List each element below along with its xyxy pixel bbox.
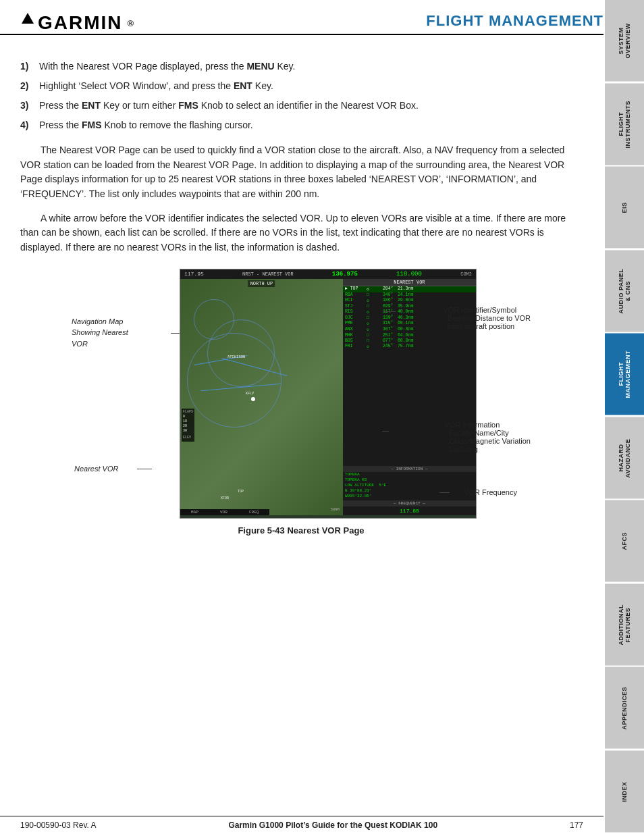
- freq-active: 136.975: [332, 271, 358, 278]
- vor-info-header: — INFORMATION —: [343, 466, 476, 472]
- step-3-bold1: ENT: [82, 100, 101, 111]
- step-1-bold: MENU: [246, 61, 274, 72]
- vor-sym-hci: ◇: [367, 298, 383, 303]
- btn-freq: FREQ: [249, 510, 259, 515]
- vor-brg-top: 204°: [383, 286, 398, 292]
- vor-sym-stj: □: [367, 304, 383, 309]
- tab-flight-instruments[interactable]: FLIGHTINSTRUMENTS: [605, 84, 644, 165]
- step-2: 2) Highlight ‘Select VOR Window’, and pr…: [20, 79, 582, 93]
- vor-brg-hci: 106°: [383, 298, 398, 303]
- vor-sym-ris: ◇: [367, 309, 383, 315]
- vor-row-rba: RBA □ 348° 24.1nm: [343, 292, 476, 298]
- vor-arrow-top: ► TOP: [345, 286, 367, 292]
- logo-text: GARMIN: [38, 12, 123, 34]
- freq-left: 117.95: [184, 271, 204, 277]
- vor-row-fri: FRI ◇ 245° 75.7nm: [343, 344, 476, 350]
- step-num-4: 4): [20, 118, 34, 132]
- vor-dist-top: 21.3nm: [398, 286, 418, 292]
- vor-dist-stj: 35.9nm: [398, 304, 418, 309]
- vor-name-pme: PME: [345, 321, 367, 326]
- kflv-label: KFLV: [246, 392, 254, 396]
- vor-id-callout-line: [383, 311, 396, 312]
- map-north-up: NORTH UP: [248, 280, 275, 287]
- step-4: 4) Press the FMS Knob to remove the flas…: [20, 118, 582, 132]
- flaps-box: FLAPS 0 10 20 30 ELEV: [182, 409, 194, 442]
- atchison-label: ATCHISON: [227, 350, 245, 361]
- callout-vor-id: VOR Identifier/Symbol - Bearing/Distance…: [443, 306, 531, 330]
- vor-brg-fri: 245°: [383, 344, 398, 349]
- step-3-bold2: FMS: [178, 100, 198, 111]
- vor-dist-ris: 40.0nm: [398, 309, 418, 315]
- step-2-text: Highlight ‘Select VOR Window’, and press…: [39, 79, 273, 93]
- vor-name-hci: HCI: [345, 298, 367, 303]
- vor-name-bos: BOS: [345, 338, 367, 343]
- step-num-2: 2): [20, 79, 34, 93]
- vor-brg-anx: 107°: [383, 327, 398, 332]
- step-4-bold: FMS: [82, 120, 102, 130]
- vor-freq-section: — FREQUENCY — 117.80: [343, 500, 476, 515]
- vor-dist-rba: 24.1nm: [398, 292, 418, 297]
- footer-right: 177: [570, 820, 583, 830]
- step-3: 3) Press the ENT Key or turn either FMS …: [20, 99, 582, 113]
- logo-area: GARMIN ®: [20, 12, 134, 34]
- screen-body: NORTH UP KFLV AT: [180, 279, 476, 515]
- vor-row-bos: BOS □ 077° 68.8nm: [343, 338, 476, 344]
- main-content: 1) With the Nearest VOR Page displayed, …: [0, 35, 602, 536]
- vor-dist-hci: 29.8nm: [398, 298, 418, 303]
- tab-hazard-avoidance[interactable]: HAZARDAVOIDANCE: [605, 417, 644, 499]
- vor-dist-ojc: 46.3nm: [398, 315, 418, 320]
- figure-container: Navigation Map Showing Nearest VOR Neare…: [72, 269, 531, 536]
- map-circle-3: [187, 333, 281, 427]
- screen-title: NRST - NEAREST VOR: [242, 271, 294, 277]
- step-1: 1) With the Nearest VOR Page displayed, …: [20, 59, 582, 74]
- vor-dist-anx: 60.3nm: [398, 327, 418, 332]
- vor-brg-rba: 348°: [383, 292, 398, 297]
- map-area: NORTH UP KFLV AT: [180, 279, 343, 515]
- tab-system-overview[interactable]: SYSTEMOVERVIEW: [605, 0, 644, 82]
- vor-dist-fri: 75.7nm: [398, 344, 418, 349]
- step-4-text: Press the FMS Knob to remove the flashin…: [39, 118, 253, 132]
- vor-row-hci: HCI ◇ 106° 29.8nm: [343, 298, 476, 304]
- map-scale: 50NM: [331, 507, 340, 512]
- vor-dist-pme: 60.1nm: [398, 321, 418, 326]
- tab-appendices[interactable]: APPENDICES: [605, 667, 644, 749]
- tab-additional-features[interactable]: ADDITIONALFEATURES: [605, 584, 644, 666]
- vor-freq-callout-line: [439, 492, 450, 493]
- vor-sym-ojc: □: [367, 315, 383, 320]
- vor-name-fri: FRI: [345, 344, 367, 349]
- logo-registered: ®: [128, 18, 134, 28]
- screen-topbar: 117.95 NRST - NEAREST VOR 136.975 118.00…: [180, 269, 476, 279]
- tab-audio-panel[interactable]: AUDIO PANEL& CNS: [605, 251, 644, 332]
- page-header: GARMIN ® FLIGHT MANAGEMENT: [0, 0, 603, 35]
- vor-sym-anx: ◇: [367, 327, 383, 332]
- vor-info-callout-line: [382, 431, 389, 432]
- vor-row-top: ► TOP ◇ 204° 21.3nm: [343, 286, 476, 292]
- page-title: FLIGHT MANAGEMENT: [426, 12, 603, 34]
- vor-brg-bos: 077°: [383, 338, 398, 343]
- tab-index[interactable]: INDEX: [605, 751, 644, 833]
- callout-nearest-vor-line: [137, 469, 152, 469]
- footer-center: Garmin G1000 Pilot’s Guide for the Quest…: [228, 820, 437, 830]
- flaps-label: FLAPS: [183, 410, 193, 415]
- vor-info-topeka: TOPEKA: [343, 472, 476, 477]
- vor-brg-stj: 029°: [383, 304, 398, 309]
- vor-brg-pme: 315°: [383, 321, 398, 326]
- vor-info-lat: N 39°08.23': [343, 488, 476, 494]
- tab-afcs[interactable]: AFCS: [605, 500, 644, 582]
- vor-name-ojc: OJC: [345, 315, 367, 320]
- callout-vor-freq: VOR Frequency: [464, 488, 517, 496]
- freq-standby: 118.000: [396, 271, 422, 278]
- airport-kflv: KFLV: [251, 397, 255, 401]
- steps-list: 1) With the Nearest VOR Page displayed, …: [20, 59, 582, 132]
- step-3-text: Press the ENT Key or turn either FMS Kno…: [39, 99, 419, 113]
- step-2-bold: ENT: [234, 80, 252, 91]
- vor-name-anx: ANX: [345, 327, 367, 332]
- tab-eis[interactable]: EIS: [605, 167, 644, 249]
- vor-name-rba: RBA: [345, 292, 367, 297]
- elev-label: ELEV: [183, 436, 193, 440]
- vor-info-lon: W095°32.95': [343, 494, 476, 499]
- vor-sym-top: ◇: [367, 286, 383, 292]
- tab-flight-management[interactable]: FLIGHTMANAGEMENT: [605, 334, 644, 415]
- vor-sym-pme: ◇: [367, 321, 383, 326]
- vor-dist-bos: 68.8nm: [398, 338, 418, 343]
